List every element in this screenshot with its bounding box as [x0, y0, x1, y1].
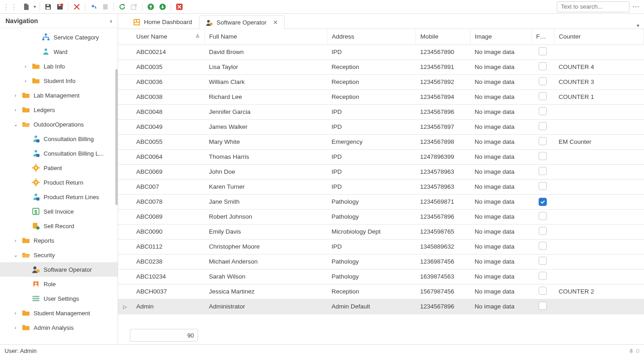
- table-row[interactable]: ABC0078Jane SmithPathology1234569871No i…: [118, 194, 644, 209]
- sidebar-item[interactable]: $Sell Invoice: [0, 204, 118, 219]
- search-box[interactable]: [557, 1, 629, 12]
- cell-counter: [554, 269, 644, 284]
- save-close-button[interactable]: [54, 1, 65, 12]
- column-full-name[interactable]: Full Name: [204, 29, 327, 44]
- force-checkbox[interactable]: [539, 122, 547, 130]
- chevron-right-icon[interactable]: ›: [13, 107, 18, 112]
- collapse-sidebar-icon[interactable]: ‹: [110, 17, 112, 24]
- tab-home-dashboard[interactable]: Home Dashboard: [126, 15, 199, 29]
- force-checkbox[interactable]: [539, 287, 547, 295]
- column-image[interactable]: Image: [470, 29, 531, 44]
- new-button[interactable]: [21, 1, 32, 12]
- sidebar-item[interactable]: Software Operator: [0, 262, 118, 277]
- refresh-button[interactable]: [117, 1, 128, 12]
- table-row[interactable]: ABC0090Emily DavisMicrobiology Dept12345…: [118, 224, 644, 239]
- force-checkbox[interactable]: [539, 198, 547, 206]
- sidebar-item[interactable]: Ward: [0, 44, 118, 59]
- sidebar-item[interactable]: ›Reports: [0, 233, 118, 248]
- table-row[interactable]: ABC0049James WalkerIPD1234567897No image…: [118, 119, 644, 134]
- force-checkbox[interactable]: [539, 227, 547, 235]
- column-mobile[interactable]: Mobile: [416, 29, 470, 44]
- sidebar-item[interactable]: Service Category: [0, 30, 118, 44]
- table-row[interactable]: ABC0064Thomas HarrisIPD1247896399No imag…: [118, 149, 644, 164]
- new-dropdown[interactable]: ▾: [33, 4, 37, 9]
- delete-button[interactable]: [71, 1, 82, 12]
- sidebar-item[interactable]: Consultation Billing: [0, 132, 118, 146]
- force-checkbox[interactable]: [539, 107, 547, 115]
- up-button[interactable]: [145, 1, 156, 12]
- force-checkbox[interactable]: [539, 77, 547, 85]
- force-checkbox[interactable]: [539, 62, 547, 70]
- table-row[interactable]: ABC0036William ClarkReception1234567892N…: [118, 74, 644, 89]
- table-row[interactable]: ABC0038Richard LeeReception1234567894No …: [118, 89, 644, 104]
- chevron-down-icon[interactable]: ⌄: [13, 122, 18, 127]
- sidebar-item[interactable]: Sell Record: [0, 219, 118, 233]
- search-input[interactable]: [560, 3, 638, 10]
- sidebar-item[interactable]: Product Return Lines: [0, 190, 118, 204]
- table-row[interactable]: ABC0238Michael AndersonPathology12369874…: [118, 254, 644, 269]
- force-checkbox[interactable]: [539, 152, 547, 160]
- paste-button[interactable]: [100, 1, 111, 12]
- table-row[interactable]: ABC0112Christopher MooreIPD1345889632No …: [118, 239, 644, 254]
- sidebar-item[interactable]: ›Lab Management: [0, 88, 118, 103]
- force-checkbox[interactable]: [539, 302, 547, 310]
- chevron-down-icon[interactable]: ⌄: [13, 252, 18, 258]
- sidebar-item[interactable]: User Settings: [0, 291, 118, 306]
- table-row[interactable]: ABC007Karen TurnerIPD1234578963No image …: [118, 179, 644, 194]
- sidebar-item[interactable]: ›Lab Info: [0, 59, 118, 73]
- force-checkbox[interactable]: [539, 47, 547, 55]
- stop-button[interactable]: [174, 1, 185, 12]
- table-row[interactable]: ABC00214David BrownIPD1234567890No image…: [118, 44, 644, 59]
- column-counter[interactable]: Counter: [554, 29, 644, 44]
- table-row[interactable]: ▷AdminAdministratorAdmin Default12345678…: [118, 299, 644, 314]
- sidebar-item[interactable]: ›Student Info: [0, 73, 118, 88]
- table-row[interactable]: ABC0089Robert JohnsonPathology1234567896…: [118, 209, 644, 224]
- chevron-right-icon[interactable]: ›: [23, 64, 28, 69]
- sidebar-item[interactable]: Patient: [0, 161, 118, 175]
- column-user-name[interactable]: User Name≜: [132, 29, 204, 44]
- sidebar-item[interactable]: Consultation Billing L...: [0, 146, 118, 161]
- nav-tree[interactable]: Service CategoryWard›Lab Info›Student In…: [0, 28, 118, 344]
- chevron-right-icon[interactable]: ›: [13, 310, 18, 316]
- chevron-right-icon[interactable]: ›: [13, 325, 18, 330]
- more-button[interactable]: ⋯: [630, 1, 641, 12]
- force-checkbox[interactable]: [539, 92, 547, 100]
- undo-button[interactable]: [88, 1, 99, 12]
- force-checkbox[interactable]: [539, 182, 547, 190]
- force-checkbox[interactable]: [539, 257, 547, 265]
- sidebar-item[interactable]: ›Ledgers: [0, 103, 118, 117]
- table-row[interactable]: ABC0035Lisa TaylorReception1234567891No …: [118, 59, 644, 74]
- open-external-button[interactable]: [129, 1, 139, 12]
- sidebar-item[interactable]: ⌄OutdoorOperations: [0, 117, 118, 132]
- sidebar-item[interactable]: Product Return: [0, 175, 118, 190]
- force-checkbox[interactable]: [539, 242, 547, 250]
- table-row[interactable]: ABCH0037Jessica MartinezReception1567987…: [118, 284, 644, 299]
- force-checkbox[interactable]: [539, 137, 547, 145]
- bell-icon[interactable]: [628, 348, 634, 354]
- chevron-right-icon[interactable]: ›: [13, 93, 18, 98]
- expand-row-icon[interactable]: ▷: [123, 304, 127, 309]
- sidebar-item[interactable]: ›Admin Analysis: [0, 320, 118, 335]
- chevron-right-icon[interactable]: ›: [13, 238, 18, 243]
- table-row[interactable]: ABC0055Mary WhiteEmergency1234567898No i…: [118, 134, 644, 149]
- save-button[interactable]: [43, 1, 54, 12]
- column-address[interactable]: Address: [327, 29, 416, 44]
- table-row[interactable]: ABC0069John DoeIPD1234578963No image dat…: [118, 164, 644, 179]
- scrollbar-thumb[interactable]: [115, 69, 118, 205]
- table-row[interactable]: ABC10234Sarah WilsonPathology1639874563N…: [118, 269, 644, 284]
- chevron-right-icon[interactable]: ›: [23, 78, 28, 83]
- force-checkbox[interactable]: [539, 272, 547, 280]
- sidebar-item[interactable]: Role: [0, 277, 118, 291]
- sidebar-item[interactable]: ›Student Management: [0, 306, 118, 320]
- down-button[interactable]: [157, 1, 168, 12]
- force-checkbox[interactable]: [539, 167, 547, 175]
- data-grid[interactable]: User Name≜ Full Name Address Mobile Imag…: [118, 29, 644, 326]
- table-row[interactable]: ABC0048Jennifer GarciaIPD1234567896No im…: [118, 104, 644, 119]
- column-force[interactable]: Force...: [531, 29, 554, 44]
- close-tab-icon[interactable]: ✕: [273, 19, 278, 26]
- tab-software-operator[interactable]: Software Operator ✕: [199, 15, 285, 29]
- page-size-input[interactable]: [130, 329, 198, 342]
- force-checkbox[interactable]: [539, 212, 547, 220]
- tab-overflow[interactable]: ▾: [632, 23, 644, 29]
- sidebar-item[interactable]: ⌄Security: [0, 248, 118, 262]
